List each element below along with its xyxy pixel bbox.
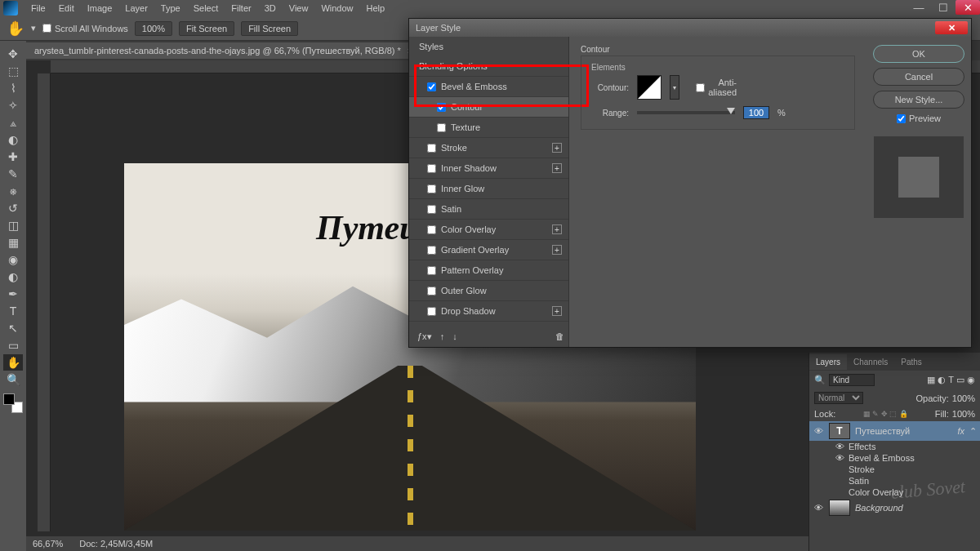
fill-value[interactable]: 100% [952, 409, 975, 419]
up-icon[interactable]: ↑ [440, 331, 445, 342]
maximize-button[interactable]: ☐ [931, 0, 956, 15]
style-item-inner-shadow[interactable]: Inner Shadow+ [409, 158, 568, 179]
path-tool[interactable]: ↖ [3, 320, 23, 336]
kind-filter[interactable] [829, 374, 875, 386]
brush-tool[interactable]: ✎ [3, 166, 23, 182]
style-checkbox[interactable] [427, 82, 436, 91]
contour-picker[interactable] [637, 75, 662, 100]
antialiased-checkbox[interactable]: Anti-aliased [696, 78, 737, 97]
blend-mode-select[interactable]: Normal [814, 392, 863, 404]
visibility-icon[interactable]: 👁 [834, 442, 845, 451]
style-checkbox[interactable] [427, 144, 436, 153]
marquee-tool[interactable]: ⬚ [3, 63, 23, 79]
menu-filter[interactable]: Filter [225, 2, 257, 15]
style-checkbox[interactable] [437, 123, 446, 132]
fx-badge[interactable]: fx [957, 426, 964, 436]
style-item-bevel-emboss[interactable]: Bevel & Emboss [409, 77, 568, 97]
add-icon[interactable]: + [552, 163, 562, 173]
contour-dropdown-icon[interactable]: ▾ [670, 75, 679, 100]
style-checkbox[interactable] [427, 184, 436, 193]
range-slider[interactable] [637, 111, 735, 114]
style-item-stroke[interactable]: Stroke+ [409, 138, 568, 158]
trash-icon[interactable]: 🗑 [555, 331, 564, 342]
wand-tool[interactable]: ✧ [3, 97, 23, 113]
ok-button[interactable]: OK [873, 45, 964, 63]
style-item-gradient-overlay[interactable]: Gradient Overlay+ [409, 240, 568, 260]
tab-paths[interactable]: Paths [894, 354, 929, 370]
style-item-pattern-overlay[interactable]: Pattern Overlay [409, 260, 568, 281]
collapse-icon[interactable]: ⌃ [969, 426, 977, 437]
eyedropper-tool[interactable]: ◐ [3, 131, 23, 148]
layer-name[interactable]: Путешествуй [855, 426, 910, 436]
layer-text[interactable]: 👁 T Путешествуй fx ⌃ [809, 421, 980, 441]
scroll-all-checkbox[interactable]: Scroll All Windows [42, 24, 128, 33]
menu-file[interactable]: File [24, 2, 52, 15]
blending-options[interactable]: Blending Options [409, 56, 568, 77]
zoom-tool[interactable]: 🔍 [3, 371, 23, 388]
zoom-level[interactable]: 100% [135, 21, 172, 36]
layer-name[interactable]: Background [855, 503, 903, 513]
history-brush-tool[interactable]: ↺ [3, 200, 23, 216]
style-item-color-overlay[interactable]: Color Overlay+ [409, 220, 568, 240]
style-checkbox[interactable] [427, 205, 436, 214]
layer-background[interactable]: 👁 Background [809, 498, 980, 518]
style-item-inner-glow[interactable]: Inner Glow [409, 179, 568, 199]
menu-image[interactable]: Image [81, 2, 119, 15]
add-icon[interactable]: + [552, 306, 562, 316]
menu-help[interactable]: Help [360, 2, 392, 15]
visibility-icon[interactable]: 👁 [834, 453, 845, 463]
style-checkbox[interactable] [427, 225, 436, 234]
visibility-icon[interactable]: 👁 [813, 426, 824, 436]
minimize-button[interactable]: — [906, 0, 931, 15]
style-item-drop-shadow[interactable]: Drop Shadow+ [409, 301, 568, 322]
style-item-texture[interactable]: Texture [409, 118, 568, 138]
pen-tool[interactable]: ✒ [3, 286, 23, 302]
down-icon[interactable]: ↓ [452, 331, 457, 342]
filter-icons[interactable]: ▦◐T▭◉ [927, 375, 975, 385]
menu-type[interactable]: Type [154, 2, 187, 15]
style-item-satin[interactable]: Satin [409, 199, 568, 220]
dropdown-arrow-icon[interactable]: ▾ [31, 23, 36, 33]
style-checkbox[interactable] [427, 266, 436, 275]
style-checkbox[interactable] [427, 164, 436, 173]
style-checkbox[interactable] [427, 246, 436, 255]
crop-tool[interactable]: ⟁ [3, 114, 23, 131]
menu-3d[interactable]: 3D [258, 2, 283, 15]
document-tab[interactable]: arystea_tumblr-pinterest-canada-posts-an… [26, 42, 421, 59]
visibility-icon[interactable]: 👁 [813, 503, 824, 513]
blur-tool[interactable]: ◉ [3, 251, 23, 268]
dialog-titlebar[interactable]: Layer Style ✕ [409, 19, 971, 37]
hand-tool[interactable]: ✋ [3, 354, 23, 371]
fill-screen-button[interactable]: Fill Screen [241, 21, 298, 36]
styles-header[interactable]: Styles [409, 37, 568, 56]
menu-edit[interactable]: Edit [52, 2, 81, 15]
opacity-value[interactable]: 100% [952, 393, 975, 403]
menu-layer[interactable]: Layer [118, 2, 154, 15]
style-item-outer-glow[interactable]: Outer Glow [409, 281, 568, 301]
style-checkbox[interactable] [437, 103, 446, 112]
heal-tool[interactable]: ✚ [3, 149, 23, 165]
shape-tool[interactable]: ▭ [3, 337, 23, 353]
add-icon[interactable]: + [552, 143, 562, 153]
range-input[interactable] [743, 106, 769, 119]
type-tool[interactable]: T [3, 303, 23, 319]
style-item-contour[interactable]: Contour [409, 97, 568, 118]
menu-select[interactable]: Select [187, 2, 225, 15]
status-zoom[interactable]: 66,67% [33, 539, 63, 549]
style-checkbox[interactable] [427, 307, 436, 316]
add-icon[interactable]: + [552, 224, 562, 234]
style-checkbox[interactable] [427, 287, 436, 295]
lasso-tool[interactable]: ⌇ [3, 80, 23, 96]
tab-layers[interactable]: Layers [809, 354, 847, 370]
color-swatches[interactable] [3, 393, 23, 413]
menu-view[interactable]: View [283, 2, 315, 15]
add-icon[interactable]: + [552, 245, 562, 255]
preview-checkbox[interactable]: Preview [897, 113, 941, 123]
fit-screen-button[interactable]: Fit Screen [179, 21, 234, 36]
stamp-tool[interactable]: ⎈ [3, 183, 23, 199]
dialog-close-button[interactable]: ✕ [935, 21, 968, 34]
tab-channels[interactable]: Channels [847, 354, 894, 370]
gradient-tool[interactable]: ▦ [3, 234, 23, 251]
dodge-tool[interactable]: ◐ [3, 269, 23, 285]
lock-icons[interactable]: ▦ ✎ ✥ ⬚ 🔒 [863, 410, 908, 418]
